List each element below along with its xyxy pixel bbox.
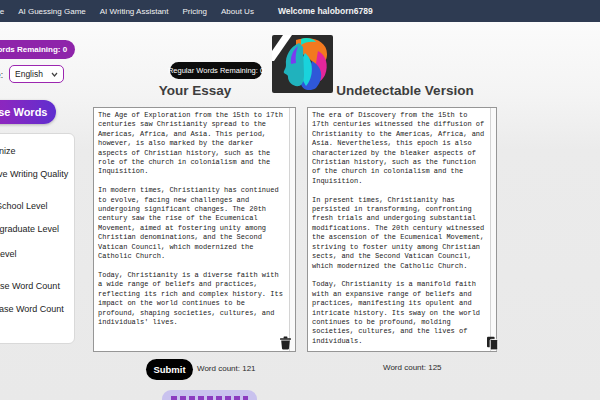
copy-icon[interactable] xyxy=(486,336,499,351)
nav-item-undetectable[interactable]: Undetectable xyxy=(0,7,4,16)
essay-input-scrollbar[interactable] xyxy=(289,108,295,351)
welcome-user-text: Welcome haloborn6789 xyxy=(278,6,373,16)
nav-item-about-us[interactable]: About Us xyxy=(221,7,254,16)
your-essay-heading: Your Essay xyxy=(130,83,260,98)
option-decrease-word-count[interactable]: Decrease Word Count xyxy=(0,304,64,314)
trash-icon[interactable] xyxy=(279,336,292,350)
words-remaining-tooltip: Regular Words Remaining: 0 xyxy=(170,62,262,79)
essay-input[interactable]: The Age of Exploration from the 15th to … xyxy=(94,108,295,351)
undetectable-output[interactable]: The era of Discovery from the 15th to 17… xyxy=(308,108,496,351)
top-nav: Undetectable AI Guessing Game AI Writing… xyxy=(0,0,600,22)
option-humanize[interactable]: Humanize xyxy=(0,146,16,156)
nav-item-ai-writing-assistant[interactable]: AI Writing Assistant xyxy=(100,7,169,16)
word-count-left: Word count: 121 xyxy=(197,364,256,373)
nav-item-ai-guessing-game[interactable]: AI Guessing Game xyxy=(18,7,86,16)
language-label: Language: xyxy=(0,70,3,80)
option-high-school-level[interactable]: High School Level xyxy=(0,201,48,211)
option-improve-writing-quality[interactable]: Improve Writing Quality xyxy=(0,169,68,179)
essay-input-panel: The Age of Exploration from the 15th to … xyxy=(93,107,296,352)
chevron-down-icon xyxy=(51,69,58,79)
undetectable-version-heading: Undetectable Version xyxy=(313,83,497,98)
undetectable-output-panel: The era of Discovery from the 15th to 17… xyxy=(307,107,497,352)
words-remaining-badge: Words Remaining: 0 xyxy=(0,40,75,59)
options-panel: Humanize Improve Writing Quality High Sc… xyxy=(0,133,75,344)
language-select[interactable]: English xyxy=(9,65,64,83)
option-phd-level[interactable]: PhD Level xyxy=(0,249,17,259)
undetectable-output-scrollbar[interactable] xyxy=(490,108,496,351)
option-increase-word-count[interactable]: Increase Word Count xyxy=(0,281,60,291)
bottom-cutoff-button-clipped-text xyxy=(171,396,248,400)
option-undergraduate-level[interactable]: Undergraduate Level xyxy=(0,224,59,234)
nav-item-pricing[interactable]: Pricing xyxy=(183,7,207,16)
word-count-right: Word count: 125 xyxy=(383,363,442,372)
paraphrase-words-button[interactable]: Paraphrase Words xyxy=(0,100,56,124)
bottom-cutoff-button[interactable] xyxy=(162,390,257,400)
language-select-value: English xyxy=(15,69,43,79)
submit-button[interactable]: Submit xyxy=(146,359,193,380)
